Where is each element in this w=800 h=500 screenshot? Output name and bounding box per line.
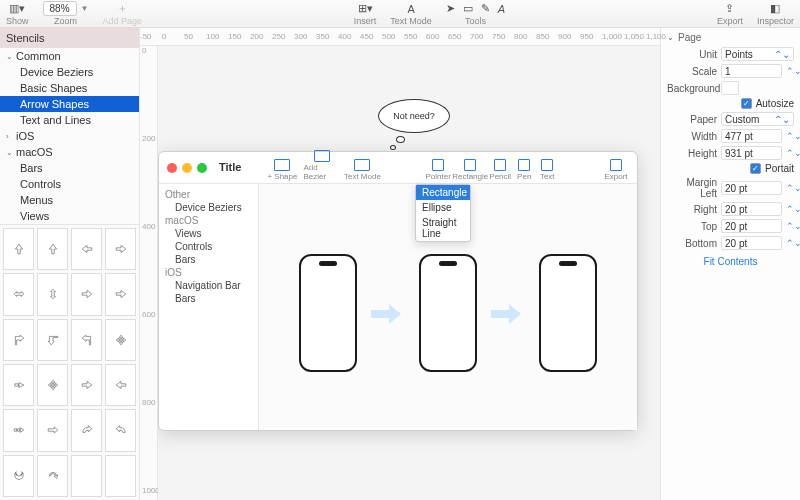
height-field[interactable]: 931 pt (721, 146, 782, 160)
export-group[interactable]: ⇪ Export (717, 2, 743, 26)
doc-side-item[interactable]: Bars (159, 292, 258, 305)
phone-mockup[interactable] (539, 254, 597, 372)
stepper-icon[interactable]: ⌃⌄ (786, 131, 794, 141)
doc-tool-pen[interactable]: Pen (514, 159, 534, 181)
doc-side-group[interactable]: macOS (159, 214, 258, 227)
arrow-shape[interactable] (105, 319, 136, 361)
doc-side-item[interactable]: Navigation Bar (159, 279, 258, 292)
canvas[interactable]: Not need? Title + Shape Add (158, 46, 660, 500)
arrow-shape[interactable] (71, 409, 102, 451)
doc-tool-shape[interactable]: + Shape (263, 159, 301, 181)
arrow-shape[interactable] (71, 364, 102, 406)
doc-side-group[interactable]: iOS (159, 266, 258, 279)
margin-left-field[interactable]: 20 pt (721, 181, 782, 195)
chevron-down-icon[interactable]: ▼ (81, 4, 89, 13)
arrow-shape[interactable] (3, 409, 34, 451)
arrow-shape[interactable] (71, 319, 102, 361)
tree-item-selected[interactable]: Arrow Shapes (0, 96, 139, 112)
doc-tool-pencil[interactable]: Pencil (488, 159, 512, 181)
width-field[interactable]: 477 pt (721, 129, 782, 143)
stepper-icon[interactable]: ⌃⌄ (786, 183, 794, 193)
shape-dropdown[interactable]: Rectangle Ellipse Straight Line (415, 184, 471, 242)
tools-group[interactable]: ➤ ▭ ✎ A Tools (446, 2, 505, 26)
autosize-checkbox[interactable]: ✓ (741, 98, 752, 109)
tree-item[interactable]: Device Beziers (0, 64, 139, 80)
zoom-icon[interactable] (197, 163, 207, 173)
close-icon[interactable] (167, 163, 177, 173)
portrait-checkbox[interactable]: ✓ (750, 163, 761, 174)
tree-item[interactable]: Views (0, 208, 139, 224)
arrow-shape[interactable] (37, 228, 68, 270)
text-tool-icon[interactable]: A (498, 3, 505, 15)
stepper-icon[interactable]: ⌃⌄ (786, 221, 794, 231)
phone-mockup[interactable] (419, 254, 477, 372)
fit-contents-button[interactable]: Fit Contents (667, 256, 794, 267)
arrow-shape[interactable] (105, 228, 136, 270)
doc-tool-text[interactable]: Text (536, 159, 558, 181)
margin-top-field[interactable]: 20 pt (721, 219, 782, 233)
arrow-shape[interactable] (71, 228, 102, 270)
arrow-shape[interactable] (3, 364, 34, 406)
tree-item[interactable]: Text and Lines (0, 112, 139, 128)
arrow-shape[interactable] (105, 273, 136, 315)
arrow-shape[interactable] (105, 455, 136, 497)
doc-side-item[interactable]: Controls (159, 240, 258, 253)
zoom-value[interactable]: 88% (43, 1, 77, 16)
arrow-shape[interactable] (3, 319, 34, 361)
margin-right-field[interactable]: 20 pt (721, 202, 782, 216)
paper-select[interactable]: Custom⌃⌄ (721, 112, 794, 126)
doc-side-item[interactable]: Bars (159, 253, 258, 266)
doc-tool-export[interactable]: Export (601, 159, 631, 181)
scale-field[interactable]: 1 (721, 64, 782, 78)
margin-bottom-field[interactable]: 20 pt (721, 236, 782, 250)
tree-item[interactable]: Controls (0, 176, 139, 192)
unit-select[interactable]: Points⌃⌄ (721, 47, 794, 61)
stepper-icon[interactable]: ⌃⌄ (786, 66, 794, 76)
arrow-shape[interactable] (37, 319, 68, 361)
dropdown-item[interactable]: Ellipse (416, 200, 470, 215)
minimize-icon[interactable] (182, 163, 192, 173)
doc-canvas[interactable]: Rectangle Ellipse Straight Line (259, 184, 637, 430)
doc-tool-textmode[interactable]: Text Mode (343, 159, 381, 181)
arrow-shape[interactable] (37, 409, 68, 451)
window-controls[interactable] (167, 163, 207, 173)
rect-tool-icon[interactable]: ▭ (463, 2, 473, 15)
arrow-shape[interactable] (37, 455, 68, 497)
arrow-shape[interactable] (3, 273, 34, 315)
doc-tool-rect[interactable]: Rectangle (454, 159, 486, 181)
arrow-shape[interactable] (37, 273, 68, 315)
arrow-shape[interactable] (71, 455, 102, 497)
speech-bubble[interactable]: Not need? (378, 99, 450, 133)
background-color-well[interactable] (721, 81, 739, 95)
doc-side-group[interactable]: Other (159, 188, 258, 201)
pencil-icon[interactable]: ✎ (481, 2, 490, 15)
phone-mockup[interactable] (299, 254, 357, 372)
inspector-group[interactable]: ◧ Inspector (757, 2, 794, 26)
arrow-shape[interactable] (105, 364, 136, 406)
textmode-group[interactable]: A Text Mode (390, 2, 432, 26)
arrow-shape[interactable] (3, 455, 34, 497)
dropdown-item[interactable]: Straight Line (416, 215, 470, 241)
arrow-shape[interactable] (37, 364, 68, 406)
stepper-icon[interactable]: ⌃⌄ (786, 204, 794, 214)
stepper-icon[interactable]: ⌃⌄ (786, 148, 794, 158)
zoom-group[interactable]: 88%▼ Zoom (43, 1, 89, 26)
arrow-shape[interactable] (105, 409, 136, 451)
insert-group[interactable]: ⊞▾ Insert (354, 2, 377, 26)
dropdown-item-selected[interactable]: Rectangle (416, 185, 470, 200)
tree-group-ios[interactable]: ›iOS (0, 128, 139, 144)
stepper-icon[interactable]: ⌃⌄ (786, 238, 794, 248)
document-window[interactable]: Title + Shape Add Bezier Text Mode Point… (158, 151, 638, 431)
tree-item[interactable]: Bars (0, 160, 139, 176)
add-page-group[interactable]: ＋ Add Page (102, 2, 142, 26)
tree-item[interactable]: Basic Shapes (0, 80, 139, 96)
doc-side-item[interactable]: Views (159, 227, 258, 240)
doc-tool-bezier[interactable]: Add Bezier (303, 150, 341, 181)
tree-group-macos[interactable]: ⌄macOS (0, 144, 139, 160)
inspector-section-header[interactable]: ⌄Page (667, 32, 794, 43)
pointer-icon[interactable]: ➤ (446, 2, 455, 15)
flow-arrow-icon[interactable] (491, 304, 521, 324)
flow-arrow-icon[interactable] (371, 304, 401, 324)
doc-tool-pointer[interactable]: Pointer (424, 159, 452, 181)
doc-side-item[interactable]: Device Beziers (159, 201, 258, 214)
